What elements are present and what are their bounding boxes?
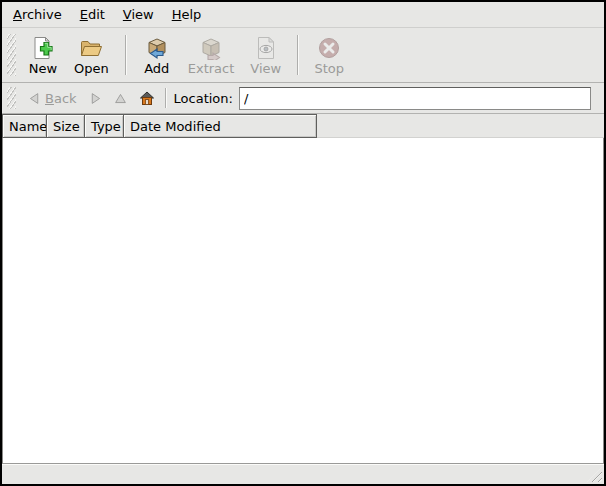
location-label: Location: [174,91,233,106]
forward-button [83,89,108,108]
stop-button: Stop [306,33,352,78]
new-button-label: New [29,61,57,76]
back-button: Back [22,88,83,109]
extract-button-label: Extract [188,61,235,76]
home-icon [139,90,155,106]
stop-button-label: Stop [314,61,344,76]
navigation-bar: Back Location: [2,83,604,114]
menu-help[interactable]: Help [163,4,211,25]
add-files-icon [145,36,169,60]
extract-icon [199,36,223,60]
up-button [108,89,133,108]
column-header-type[interactable]: Type [84,114,123,138]
toolbar-drag-handle[interactable] [7,34,16,76]
menu-view[interactable]: View [114,4,163,25]
new-archive-icon [31,36,55,60]
open-button-label: Open [74,61,109,76]
view-file-icon [254,36,278,60]
view-button: View [242,33,289,78]
archive-manager-window: Archive Edit View Help New [0,0,606,486]
toolbar: New Open Add [2,28,604,83]
location-input[interactable] [239,87,591,110]
column-header-filler [317,114,604,138]
extract-button: Extract [180,33,243,78]
back-button-label: Back [45,91,77,106]
toolbar-separator [297,35,298,75]
resize-grip-icon[interactable] [587,467,602,482]
column-header-name[interactable]: Name [2,114,46,138]
menu-archive[interactable]: Archive [4,4,71,25]
open-button[interactable]: Open [66,33,117,78]
menu-edit[interactable]: Edit [71,4,114,25]
file-list-header: Name Size Type Date Modified [2,114,604,138]
file-list[interactable] [2,138,604,464]
navbar-drag-handle[interactable] [7,87,16,109]
column-header-size[interactable]: Size [46,114,84,138]
up-arrow-icon [114,92,127,105]
menubar: Archive Edit View Help [2,2,604,28]
home-button[interactable] [133,87,161,109]
add-button-label: Add [144,61,169,76]
view-button-label: View [250,61,281,76]
column-header-date-modified[interactable]: Date Modified [123,114,317,138]
back-arrow-icon [28,92,41,105]
statusbar [2,464,604,484]
toolbar-separator [125,35,126,75]
new-button[interactable]: New [20,33,66,78]
stop-icon [317,36,341,60]
add-button[interactable]: Add [134,33,180,78]
forward-arrow-icon [89,92,102,105]
open-icon [79,36,103,60]
navbar-separator [165,88,166,108]
